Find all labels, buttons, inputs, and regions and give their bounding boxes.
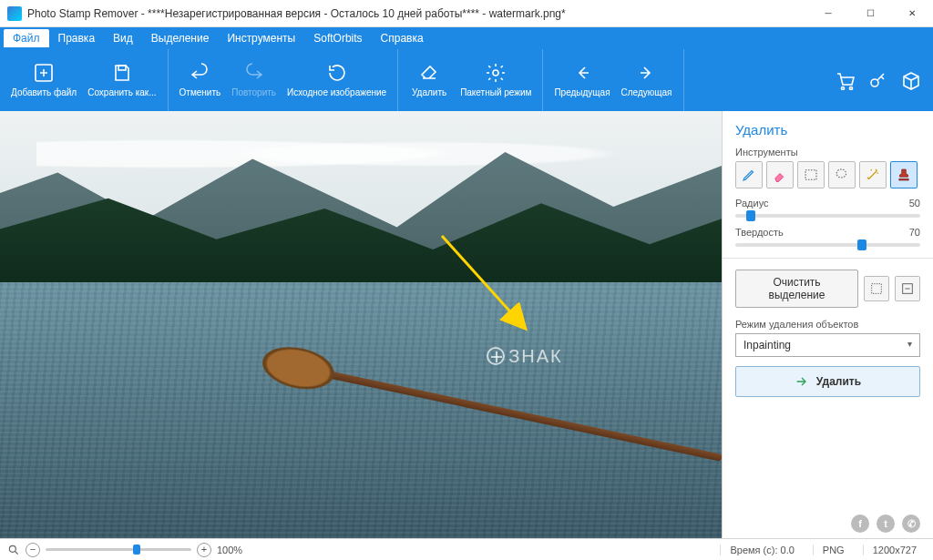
original-image-button[interactable]: Исходное изображение [282,49,392,111]
batch-mode-button[interactable]: Пакетный режим [455,49,537,111]
save-as-button[interactable]: Сохранить как... [82,49,161,111]
titlebar: Photo Stamp Remover - ****Незарегистриро… [0,0,933,27]
facebook-icon[interactable]: f [851,514,869,533]
status-time: Время (с): 0.0 [720,545,803,555]
select-invert-button[interactable] [864,276,889,301]
original-label: Исходное изображение [287,87,386,98]
svg-rect-7 [805,170,816,180]
menu-help[interactable]: Справка [372,29,433,47]
tool-pencil[interactable] [735,161,763,188]
menu-selection[interactable]: Выделение [142,29,219,47]
plus-icon [33,62,55,84]
svg-point-2 [493,70,498,76]
menu-softorbits[interactable]: SoftOrbits [304,29,371,47]
watermark-text: ЗНАК [508,346,563,367]
side-panel: Удалить Инструменты Радиус 50 Твердость … [722,111,933,538]
hardness-slider[interactable]: Твердость 70 [735,227,920,247]
radius-value: 50 [909,198,920,209]
zoom-out-button[interactable]: − [26,543,40,557]
undo-label: Отменить [179,87,221,98]
tool-row [735,161,920,188]
twitter-icon[interactable]: t [877,514,895,533]
main-area: ЗНАК Удалить Инструменты Радиус 50 [0,111,933,538]
menu-tools[interactable]: Инструменты [218,29,304,47]
redo-label: Повторить [231,87,276,98]
status-dimensions: 1200x727 [863,545,926,555]
hardness-value: 70 [909,227,920,238]
svg-point-5 [871,79,878,87]
tools-label: Инструменты [735,147,920,158]
svg-rect-1 [118,66,126,70]
mode-value: Inpainting [743,339,791,351]
radius-label: Радиус [735,198,769,209]
toolbar-ribbon: Добавить файл Сохранить как... Отменить … [0,49,933,111]
hardness-label: Твердость [735,227,784,238]
undo-icon [189,62,210,84]
prev-image-button[interactable]: Предыдущая [549,49,615,111]
menu-file[interactable]: Файл [4,29,49,47]
key-icon[interactable] [867,70,887,90]
svg-point-3 [842,87,845,90]
image-content: ЗНАК [0,111,722,538]
arrow-left-icon [571,62,593,84]
plus-circle-icon [487,347,505,365]
tool-eraser[interactable] [766,161,794,188]
tool-rect-select[interactable] [797,161,825,188]
menu-view[interactable]: Вид [104,29,142,47]
status-format: PNG [813,545,854,555]
batch-label: Пакетный режим [460,87,531,98]
undo-button[interactable]: Отменить [174,49,227,111]
add-file-label: Добавить файл [11,87,77,98]
radius-slider[interactable]: Радиус 50 [735,198,920,218]
minimize-button[interactable]: ─ [807,0,849,27]
menu-edit[interactable]: Правка [49,29,105,47]
maximize-button[interactable]: ☐ [849,0,891,27]
mode-label: Режим удаления объектов [735,319,920,330]
next-label: Следующая [621,87,672,98]
arrow-right-green-icon [795,374,809,389]
statusbar: − + 100% Время (с): 0.0 PNG 1200x727 [0,538,933,560]
tool-lasso[interactable] [828,161,856,188]
panel-title: Удалить [735,122,920,137]
svg-rect-8 [872,284,882,294]
mode-dropdown[interactable]: Inpainting [735,333,920,357]
svg-point-10 [9,545,15,552]
arrow-right-icon [636,62,658,84]
tool-magic-wand[interactable] [859,161,887,188]
redo-icon [243,62,265,84]
canvas[interactable]: ЗНАК [0,111,722,538]
zoom-percent: 100% [217,545,242,555]
window-title: Photo Stamp Remover - ****Незарегистриро… [27,7,807,20]
save-icon [111,62,133,84]
close-button[interactable]: ✕ [891,0,933,27]
remove-button-label: Удалить [816,375,861,388]
svg-point-4 [850,87,853,90]
erase-icon [418,62,440,84]
zoom-in-button[interactable]: + [197,543,211,557]
remove-ribbon-label: Удалить [412,87,446,98]
ribbon-right-icons [835,70,933,90]
select-all-button[interactable] [895,276,920,301]
refresh-icon [326,62,348,84]
menubar: Файл Правка Вид Выделение Инструменты So… [0,27,933,49]
tool-stamp[interactable] [890,161,918,188]
next-image-button[interactable]: Следующая [616,49,678,111]
rss-icon[interactable]: ✆ [902,514,920,533]
prev-label: Предыдущая [554,87,610,98]
app-icon [7,6,22,21]
zoom-fit-icon[interactable] [7,544,20,556]
watermark-overlay: ЗНАК [487,346,563,367]
add-file-button[interactable]: Добавить файл [5,49,82,111]
window-controls: ─ ☐ ✕ [807,0,933,27]
gear-icon [485,62,507,84]
clear-selection-button[interactable]: Очистить выделение [735,270,858,308]
social-links: f t ✆ [851,514,920,533]
cart-icon[interactable] [835,70,855,90]
zoom-slider[interactable] [46,548,191,551]
box-icon[interactable] [900,70,920,90]
remove-ribbon-button[interactable]: Удалить [404,49,455,111]
save-as-label: Сохранить как... [87,87,156,98]
redo-button[interactable]: Повторить [226,49,282,111]
remove-button[interactable]: Удалить [735,366,920,397]
zoom-controls: − + 100% [7,543,242,557]
